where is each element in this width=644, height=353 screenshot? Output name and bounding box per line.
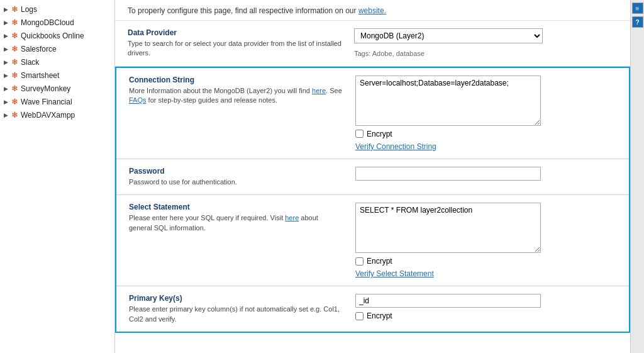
select-statement-label: Select Statement — [129, 203, 343, 211]
connection-string-label: Connection String — [129, 76, 343, 84]
logs-icon: ❄ — [11, 4, 18, 14]
smartsheet-icon: ❄ — [11, 70, 18, 80]
conn-desc-text2: . See — [326, 87, 342, 94]
connection-encrypt-checkbox[interactable] — [355, 130, 364, 138]
conn-faqs-link[interactable]: FAQs — [129, 96, 147, 104]
connection-string-row: Connection String More Information about… — [116, 68, 629, 159]
sidebar-item-label: MongoDBCloud — [21, 18, 74, 27]
arrow-icon: ▶ — [4, 59, 10, 65]
sidebar-item-label: Logs — [21, 5, 37, 14]
mongodbcloud-icon: ❄ — [11, 18, 18, 27]
webdavxampp-icon: ❄ — [11, 110, 18, 120]
select-encrypt-label: Encrypt — [367, 257, 392, 266]
arrow-icon: ▶ — [4, 72, 10, 79]
primary-key-encrypt-row: Encrypt — [355, 311, 616, 320]
info-bar: To properly configure this page, find al… — [115, 0, 630, 21]
connection-encrypt-row: Encrypt — [355, 130, 616, 138]
arrow-icon: ▶ — [4, 99, 10, 105]
website-link[interactable]: website. — [358, 6, 386, 15]
sidebar-item-quickbooks[interactable]: ▶ ❄ Quickbooks Online — [0, 29, 114, 42]
slack-icon: ❄ — [11, 57, 18, 67]
sidebar-item-wavefinancial[interactable]: ▶ ❄ Wave Financial — [0, 95, 114, 108]
primary-key-row: Primary Key(s) Please enter primary key … — [116, 286, 629, 332]
question-icon[interactable]: ? — [632, 16, 643, 28]
conn-here-link[interactable]: here — [312, 87, 326, 94]
password-label-col: Password Password to use for authenticat… — [129, 167, 355, 187]
sidebar-item-label: Smartsheet — [21, 71, 59, 80]
connection-string-desc: More Information about the MongoDB (Laye… — [129, 86, 343, 106]
surveymonkey-icon: ❄ — [11, 84, 18, 93]
sidebar-item-label: Salesforce — [21, 45, 57, 53]
arrow-icon: ▶ — [4, 6, 10, 13]
data-provider-label-col: Data Provider Type to search for or sele… — [128, 28, 354, 59]
arrow-icon: ▶ — [4, 20, 10, 26]
data-provider-input-col: MongoDB (Layer2) Other Option Tags: Adob… — [354, 28, 618, 57]
primary-key-encrypt-label: Encrypt — [367, 311, 392, 320]
data-provider-desc: Type to search for or select your data p… — [128, 39, 341, 59]
primary-key-input-col: Encrypt — [355, 294, 616, 320]
sidebar-item-label: SurveyMonkey — [21, 84, 70, 93]
password-input[interactable] — [355, 167, 541, 181]
select-statement-desc: Please enter here your SQL query if requ… — [129, 213, 343, 233]
select-encrypt-row: Encrypt — [355, 257, 616, 266]
select-encrypt-checkbox[interactable] — [355, 257, 364, 266]
select-statement-row: Select Statement Please enter here your … — [116, 195, 629, 286]
primary-key-label: Primary Key(s) — [129, 294, 343, 303]
connection-string-input-col: Server=localhost;Database=layer2database… — [355, 76, 616, 151]
verify-select-link[interactable]: Verify Select Statement — [355, 269, 616, 278]
data-provider-label: Data Provider — [128, 28, 341, 37]
quickbooks-icon: ❄ — [11, 31, 18, 40]
info-text: To properly configure this page, find al… — [128, 6, 358, 15]
tags-text: Tags: Adobe, database — [354, 50, 618, 57]
data-provider-select[interactable]: MongoDB (Layer2) Other Option — [354, 28, 543, 43]
conn-desc-text1: More Information about the MongoDB (Laye… — [129, 87, 312, 94]
password-label: Password — [129, 167, 343, 176]
sidebar-item-slack[interactable]: ▶ ❄ Slack — [0, 55, 114, 69]
salesforce-icon: ❄ — [11, 44, 18, 53]
config-section: Connection String More Information about… — [115, 67, 630, 333]
sidebar-item-label: Wave Financial — [21, 98, 72, 106]
sidebar-item-logs[interactable]: ▶ ❄ Logs — [0, 3, 114, 16]
sel-desc-text1: Please enter here your SQL query if requ… — [129, 214, 285, 221]
primary-key-label-col: Primary Key(s) Please enter primary key … — [129, 294, 355, 324]
sidebar-item-mongodbcloud[interactable]: ▶ ❄ MongoDBCloud — [0, 16, 114, 29]
connection-string-textarea[interactable]: Server=localhost;Database=layer2database… — [355, 76, 541, 126]
sidebar-item-salesforce[interactable]: ▶ ❄ Salesforce — [0, 42, 114, 55]
primary-key-input[interactable] — [355, 294, 541, 308]
conn-desc-text3: for step-by-step guides and release note… — [147, 96, 278, 104]
sidebar-item-smartsheet[interactable]: ▶ ❄ Smartsheet — [0, 69, 114, 82]
wavefinancial-icon: ❄ — [11, 97, 18, 106]
sidebar-item-label: Quickbooks Online — [21, 31, 84, 40]
question-icon-glyph: ? — [635, 19, 639, 26]
primary-key-desc: Please enter primary key column(s) if no… — [129, 305, 343, 324]
sidebar-item-label: WebDAVXampp — [21, 111, 75, 120]
password-row: Password Password to use for authenticat… — [116, 159, 629, 195]
scroll-icon-glyph: ≡ — [636, 5, 640, 12]
arrow-icon: ▶ — [4, 112, 10, 118]
sidebar-item-webdavxampp[interactable]: ▶ ❄ WebDAVXampp — [0, 108, 114, 121]
right-panel: ≡ ? — [630, 0, 644, 353]
password-desc: Password to use for authentication. — [129, 177, 343, 187]
select-statement-input-col: SELECT * FROM layer2collection Encrypt V… — [355, 203, 616, 278]
select-statement-textarea[interactable]: SELECT * FROM layer2collection — [355, 203, 541, 253]
password-input-col — [355, 167, 616, 181]
scroll-icon[interactable]: ≡ — [632, 3, 643, 14]
sidebar: ▶ ❄ Logs ▶ ❄ MongoDBCloud ▶ ❄ Quickbooks… — [0, 0, 115, 353]
connection-string-label-col: Connection String More Information about… — [129, 76, 355, 106]
main-content: To properly configure this page, find al… — [115, 0, 630, 353]
select-statement-label-col: Select Statement Please enter here your … — [129, 203, 355, 233]
sidebar-item-surveymonkey[interactable]: ▶ ❄ SurveyMonkey — [0, 82, 114, 95]
arrow-icon: ▶ — [4, 86, 10, 92]
verify-connection-link[interactable]: Verify Connection String — [355, 142, 616, 151]
data-provider-row: Data Provider Type to search for or sele… — [115, 21, 630, 67]
arrow-icon: ▶ — [4, 46, 10, 52]
primary-key-encrypt-checkbox[interactable] — [355, 312, 364, 320]
sidebar-item-label: Slack — [21, 58, 39, 67]
arrow-icon: ▶ — [4, 33, 10, 39]
connection-encrypt-label: Encrypt — [367, 130, 392, 138]
sel-here-link[interactable]: here — [285, 214, 299, 221]
